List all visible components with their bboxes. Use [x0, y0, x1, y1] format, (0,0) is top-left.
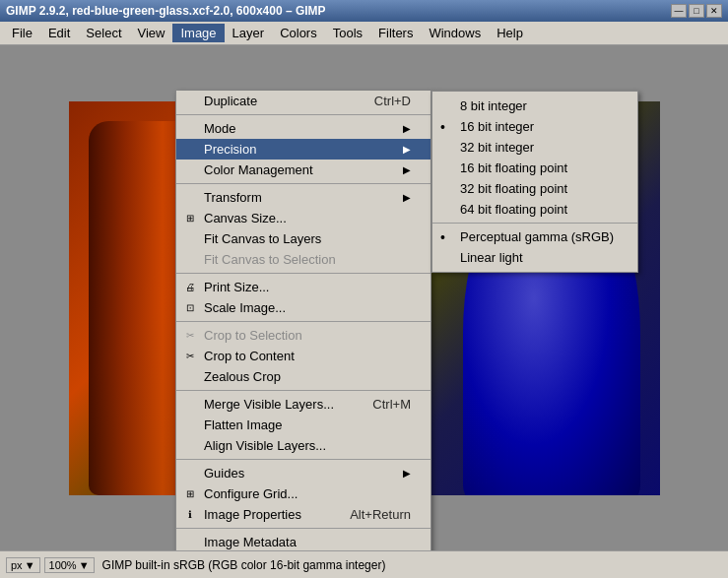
precision-64bit-float[interactable]: 64 bit floating point [432, 199, 637, 220]
color-management-label: Color Management [204, 162, 313, 177]
menu-item-merge-visible[interactable]: Merge Visible Layers... Ctrl+M [176, 394, 430, 415]
menu-item-align-visible[interactable]: Align Visible Layers... [176, 435, 430, 456]
menu-file[interactable]: File [4, 24, 40, 42]
image-metadata-label: Image Metadata [204, 535, 297, 549]
precision-16bit-float-label: 16 bit floating point [460, 161, 567, 175]
precision-32bit-int[interactable]: 32 bit integer [432, 137, 637, 158]
menu-item-fit-canvas-layers[interactable]: Fit Canvas to Layers [176, 228, 430, 249]
precision-label: Precision [204, 142, 256, 157]
menu-item-canvas-size[interactable]: ⊞ Canvas Size... [176, 208, 430, 228]
separator-1 [176, 114, 430, 115]
menu-edit[interactable]: Edit [40, 24, 78, 42]
mode-label: Mode [204, 121, 236, 136]
separator-7 [176, 528, 430, 529]
unit-arrow: ▼ [25, 559, 35, 571]
precision-8bit-int-label: 8 bit integer [460, 98, 527, 113]
menu-windows[interactable]: Windows [421, 24, 489, 42]
precision-32bit-float-label: 32 bit floating point [460, 181, 567, 196]
flatten-label: Flatten Image [204, 417, 283, 432]
precision-16bit-int[interactable]: • 16 bit integer [432, 116, 637, 137]
menu-help[interactable]: Help [489, 24, 531, 42]
menu-item-transform[interactable]: Transform ▶ [176, 187, 430, 208]
mode-arrow: ▶ [403, 123, 411, 134]
fit-canvas-layers-label: Fit Canvas to Layers [204, 231, 321, 246]
close-button[interactable]: ✕ [706, 4, 722, 18]
align-visible-label: Align Visible Layers... [204, 438, 326, 453]
image-properties-icon: ℹ [182, 507, 198, 523]
precision-32bit-int-label: 32 bit integer [460, 140, 534, 155]
precision-16bit-bullet: • [440, 119, 445, 135]
crop-selection-icon: ✂ [182, 328, 198, 344]
print-size-icon: 🖨 [182, 280, 198, 295]
image-properties-label: Image Properties [204, 507, 301, 522]
window-title: GIMP 2.9.2, red-blue-green-glass.xcf-2.0… [6, 4, 326, 18]
merge-visible-label: Merge Visible Layers... [204, 397, 334, 412]
zealous-crop-label: Zealous Crop [204, 369, 281, 384]
menu-tools[interactable]: Tools [325, 24, 370, 42]
guides-arrow: ▶ [403, 468, 411, 479]
menu-item-guides[interactable]: Guides ▶ [176, 463, 430, 483]
crop-content-label: Crop to Content [204, 349, 295, 363]
menu-colors[interactable]: Colors [272, 24, 325, 42]
menu-item-crop-selection: ✂ Crop to Selection [176, 325, 430, 346]
menu-item-mode[interactable]: Mode ▶ [176, 118, 430, 139]
separator-5 [176, 390, 430, 391]
color-management-arrow: ▶ [403, 164, 411, 175]
menu-item-duplicate[interactable]: Duplicate Ctrl+D [176, 91, 430, 111]
precision-perceptual[interactable]: • Perceptual gamma (sRGB) [432, 226, 637, 247]
transform-arrow: ▶ [403, 192, 411, 203]
menu-item-image-properties[interactable]: ℹ Image Properties Alt+Return [176, 504, 430, 525]
zoom-value: 100% [49, 559, 77, 571]
menu-image[interactable]: Image [172, 24, 224, 42]
precision-64bit-float-label: 64 bit floating point [460, 202, 567, 217]
minimize-button[interactable]: — [671, 4, 687, 18]
precision-linear[interactable]: Linear light [432, 247, 637, 268]
print-size-label: Print Size... [204, 280, 269, 294]
maximize-button[interactable]: □ [689, 4, 704, 18]
title-bar: GIMP 2.9.2, red-blue-green-glass.xcf-2.0… [0, 0, 728, 22]
precision-8bit-int[interactable]: 8 bit integer [432, 96, 637, 116]
unit-value: px [11, 559, 23, 571]
menu-layer[interactable]: Layer [225, 24, 273, 42]
crop-selection-label: Crop to Selection [204, 328, 302, 343]
precision-32bit-float[interactable]: 32 bit floating point [432, 178, 637, 199]
menu-item-scale-image[interactable]: ⊡ Scale Image... [176, 297, 430, 318]
menu-item-image-metadata[interactable]: Image Metadata [176, 532, 430, 550]
fit-canvas-selection-label: Fit Canvas to Selection [204, 252, 336, 267]
scale-image-label: Scale Image... [204, 300, 286, 315]
precision-linear-label: Linear light [460, 250, 523, 265]
precision-separator [432, 223, 637, 224]
menu-filters[interactable]: Filters [370, 24, 421, 42]
menu-item-configure-grid[interactable]: ⊞ Configure Grid... [176, 483, 430, 504]
status-bar: px ▼ 100% ▼ GIMP built-in sRGB (RGB colo… [0, 550, 728, 578]
main-content: Duplicate Ctrl+D Mode ▶ Precision ▶ Colo… [0, 45, 728, 550]
duplicate-shortcut: Ctrl+D [374, 94, 411, 108]
precision-16bit-float[interactable]: 16 bit floating point [432, 158, 637, 178]
zoom-selector[interactable]: 100% ▼ [44, 557, 95, 573]
scale-image-icon: ⊡ [182, 300, 198, 316]
image-properties-shortcut: Alt+Return [350, 507, 411, 522]
window-controls: — □ ✕ [671, 4, 722, 18]
transform-label: Transform [204, 190, 262, 205]
menu-select[interactable]: Select [78, 24, 129, 42]
crop-content-icon: ✂ [182, 349, 198, 364]
configure-grid-label: Configure Grid... [204, 486, 298, 501]
menu-view[interactable]: View [130, 24, 173, 42]
menu-item-zealous-crop[interactable]: Zealous Crop [176, 366, 430, 387]
precision-perceptual-bullet: • [440, 229, 445, 245]
precision-submenu: 8 bit integer • 16 bit integer 32 bit in… [431, 91, 638, 273]
separator-4 [176, 321, 430, 322]
menu-item-flatten[interactable]: Flatten Image [176, 415, 430, 435]
guides-label: Guides [204, 466, 244, 481]
merge-visible-shortcut: Ctrl+M [372, 397, 411, 412]
status-text: GIMP built-in sRGB (RGB color 16-bit gam… [102, 558, 386, 572]
menu-item-crop-content[interactable]: ✂ Crop to Content [176, 346, 430, 366]
unit-selector[interactable]: px ▼ [6, 557, 40, 573]
menu-item-precision[interactable]: Precision ▶ [176, 139, 430, 160]
separator-3 [176, 273, 430, 274]
configure-grid-icon: ⊞ [182, 486, 198, 502]
menu-item-fit-canvas-selection: Fit Canvas to Selection [176, 249, 430, 270]
menu-item-print-size[interactable]: 🖨 Print Size... [176, 277, 430, 297]
menu-item-color-management[interactable]: Color Management ▶ [176, 160, 430, 180]
menu-bar: File Edit Select View Image Layer Colors… [0, 22, 728, 45]
